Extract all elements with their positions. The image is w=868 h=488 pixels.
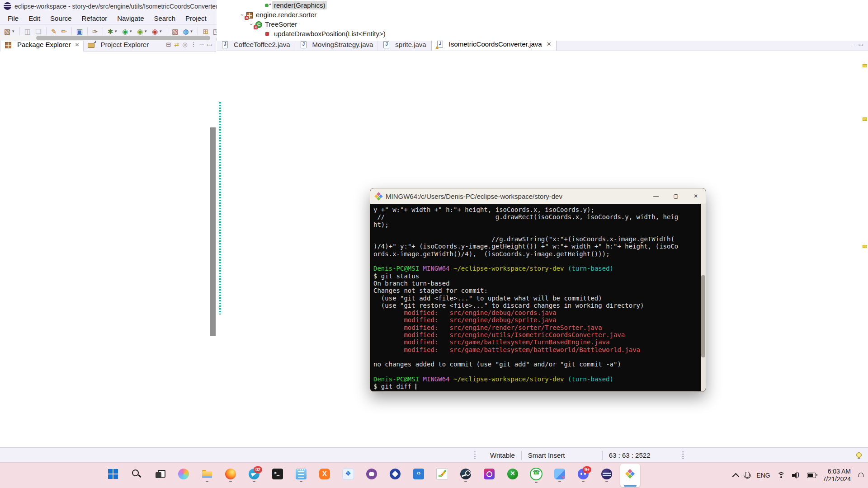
running-indicator	[229, 481, 232, 482]
new-wizard-icon[interactable]: ▧▼	[2, 27, 17, 36]
copilot-icon	[178, 469, 189, 479]
new-java-project-icon[interactable]: ▧	[170, 27, 180, 36]
copilot-icon[interactable]	[174, 464, 193, 487]
github-desktop-icon	[366, 469, 377, 479]
open-task-icon[interactable]: ✎	[49, 27, 59, 36]
package-explorer-hscrollbar[interactable]	[0, 35, 210, 41]
console-view-icon[interactable]: ▣	[75, 27, 85, 36]
blue-circle-app-icon[interactable]	[385, 464, 405, 487]
menu-file[interactable]: File	[3, 14, 24, 22]
save-icon[interactable]: ◫	[23, 27, 33, 36]
github-desktop-icon[interactable]	[362, 464, 382, 487]
call-hierarchy-item-engine-render-sorter[interactable]: ›✕engine.render.sorter	[217, 10, 868, 19]
skip-breakpoints-icon[interactable]: ✑	[90, 27, 100, 36]
new-package-icon[interactable]: ⊞	[201, 27, 210, 36]
battery-icon[interactable]	[807, 473, 816, 478]
coverage-icon[interactable]: ◉▼	[135, 27, 149, 36]
start-button[interactable]	[103, 464, 123, 487]
image-editor-icon[interactable]	[432, 464, 452, 487]
firefox-icon[interactable]	[221, 464, 241, 487]
call-hierarchy-item-treesorter[interactable]: ›✕TreeSorter	[217, 19, 868, 29]
recent-edit-icon[interactable]: ✏	[59, 27, 69, 36]
task-view-button[interactable]	[150, 464, 170, 487]
menu-project[interactable]: Project	[180, 14, 212, 22]
red-gradient-app-icon	[484, 469, 495, 479]
jfile-icon	[221, 41, 228, 48]
collapse-all-icon[interactable]: ⊟	[166, 41, 171, 48]
eclipse-taskbar-icon[interactable]	[597, 464, 617, 487]
debug-icon: ✱	[108, 28, 113, 36]
steam-icon[interactable]	[456, 464, 476, 487]
xampp-icon	[319, 469, 330, 479]
whatsapp-icon[interactable]	[526, 464, 546, 487]
view-menu-icon[interactable]: ⋮	[190, 41, 196, 48]
dropdown-arrow-icon[interactable]: ▼	[190, 29, 193, 33]
clock[interactable]: 6:03 AM 7/21/2024	[823, 468, 851, 483]
close-tab-icon[interactable]: ✕	[547, 41, 552, 47]
dropdown-arrow-icon[interactable]: ▼	[114, 29, 118, 33]
terminal-icon[interactable]	[268, 464, 288, 487]
menu-edit[interactable]: Edit	[24, 14, 45, 22]
red-gradient-app-icon[interactable]	[479, 464, 499, 487]
notifications-bell-icon[interactable]	[858, 473, 863, 479]
menu-navigate[interactable]: Navigate	[112, 14, 149, 22]
dropdown-arrow-icon[interactable]: ▼	[11, 29, 15, 33]
vscode-icon[interactable]	[409, 464, 429, 487]
blue-app-icon[interactable]	[338, 464, 358, 487]
new-package-icon: ⊞	[203, 28, 208, 36]
menu-refactor[interactable]: Refactor	[77, 14, 113, 22]
methred-icon	[264, 30, 271, 38]
terminal-maximize-button[interactable]: ▢	[666, 188, 686, 204]
insert-mode-status: Smart Insert	[522, 451, 603, 460]
language-indicator[interactable]: ENG	[756, 472, 770, 479]
search-button[interactable]	[127, 464, 146, 487]
jfile-icon: ▲	[436, 41, 443, 48]
terminal-scrollbar[interactable]	[701, 204, 706, 391]
telegram-icon[interactable]: 02	[244, 464, 264, 487]
minimize-view-icon[interactable]: ─	[199, 41, 203, 48]
steam-icon	[460, 469, 471, 479]
terminal-line: Denis-PC@MSI MINGW64 ~/eclipse-workspace…	[373, 375, 706, 383]
xbox-icon[interactable]	[503, 464, 523, 487]
terminal-minimize-button[interactable]: —	[646, 188, 666, 204]
menu-source[interactable]: Source	[45, 14, 77, 22]
microphone-icon[interactable]	[745, 472, 750, 478]
pink-blue-app-icon[interactable]	[550, 464, 570, 487]
terminal-title: MINGW64:/c/Users/Denis-PC/eclipse-worksp…	[386, 192, 562, 200]
maximize-view-icon[interactable]: ▭	[207, 41, 212, 48]
link-with-editor-icon[interactable]: ⇄	[174, 41, 179, 48]
debug-icon[interactable]: ✱▼	[106, 27, 120, 36]
mingw-terminal-icon[interactable]	[620, 464, 640, 487]
profile-icon[interactable]: ◉▼	[150, 27, 164, 36]
hidden-icons-chevron-icon[interactable]	[732, 473, 740, 480]
minimize-editor-icon[interactable]: ─	[851, 42, 855, 48]
notepad-icon[interactable]	[291, 464, 311, 487]
msys2-icon	[374, 192, 382, 200]
save-all-icon[interactable]: ❏	[33, 27, 43, 36]
run-icon[interactable]: ◉▼	[120, 27, 134, 36]
terminal-content[interactable]: y +" w:"+ width +" h:"+ height, isoCoord…	[370, 204, 706, 391]
dropdown-arrow-icon[interactable]: ▼	[144, 29, 147, 33]
call-hierarchy-item-updatedrawboxposition-list-entity[interactable]: updateDrawboxPosition(List<Entity>)	[217, 29, 868, 38]
dropdown-arrow-icon[interactable]: ▼	[159, 29, 162, 33]
focus-task-icon[interactable]: ◎	[182, 41, 187, 48]
call-hierarchy-item-render-graphics[interactable]: render(Graphics)	[217, 0, 868, 10]
xampp-icon[interactable]	[315, 464, 335, 487]
discord-icon[interactable]: 9+	[573, 464, 593, 487]
notepad-icon	[296, 469, 307, 479]
discord-icon: 9+	[578, 469, 589, 479]
terminal-close-button[interactable]: ✕	[686, 188, 706, 204]
wifi-icon[interactable]	[777, 472, 785, 479]
mingw-terminal-window[interactable]: MINGW64:/c/Users/Denis-PC/eclipse-worksp…	[370, 188, 706, 392]
close-tab-icon[interactable]: ✕	[75, 42, 79, 48]
taskbar: 029+ ENG ) 6:03 AM 7/21/2024	[0, 462, 868, 488]
file-explorer-icon[interactable]	[197, 464, 217, 487]
menu-search[interactable]: Search	[149, 14, 180, 22]
open-web-browser-icon[interactable]: ◍▼	[181, 27, 195, 36]
maximize-editor-icon[interactable]: ▭	[859, 42, 863, 48]
volume-icon[interactable]: )	[792, 472, 800, 479]
dropdown-arrow-icon[interactable]: ▼	[129, 29, 132, 33]
tray-time: 6:03 AM	[823, 468, 851, 475]
terminal-titlebar[interactable]: MINGW64:/c/Users/Denis-PC/eclipse-worksp…	[370, 188, 706, 204]
open-task-icon: ✎	[51, 28, 57, 36]
